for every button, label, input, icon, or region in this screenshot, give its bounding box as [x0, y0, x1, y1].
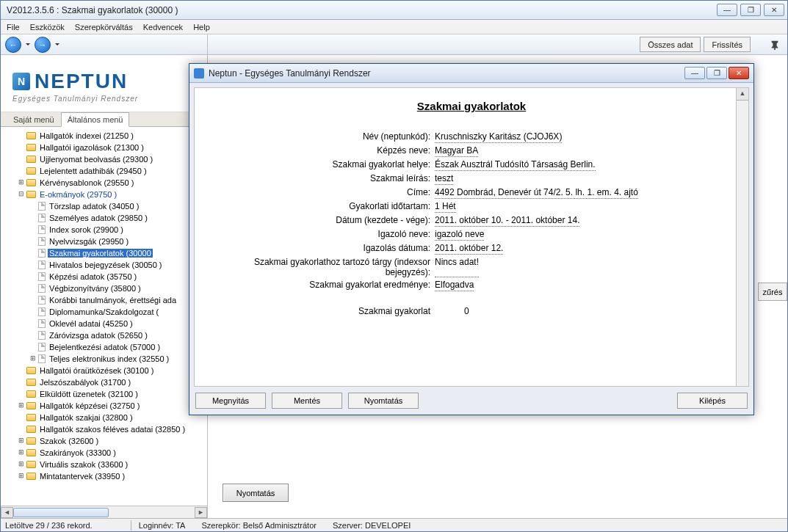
tree-item[interactable]: ⊞Mintatantervek (33950 ) — [1, 470, 207, 482]
tree-item-label: Hallgatók szakos féléves adatai (32850 ) — [38, 425, 187, 434]
tree-item[interactable]: Jelszószabályok (31700 ) — [1, 376, 207, 388]
tree-item[interactable]: Bejelentkezési adatok (57000 ) — [1, 341, 207, 353]
tree-item[interactable]: ⊞Szakirányok (33300 ) — [1, 447, 207, 459]
tree-item[interactable]: Index sorok (29900 ) — [1, 224, 207, 236]
tree-item[interactable]: Oklevél adatai (45250 ) — [1, 318, 207, 329]
tree-item[interactable]: Ujjlenyomat beolvasás (29300 ) — [1, 153, 207, 165]
field-label: Dátum (kezdete - vége): — [211, 215, 435, 227]
tab-own-menu[interactable]: Saját menü — [7, 112, 61, 127]
tree-item[interactable]: ⊞Szakok (32600 ) — [1, 435, 207, 447]
nav-forward-dropdown[interactable] — [55, 43, 59, 45]
logo: N NEPTUN Egységes Tanulmányi Rendszer — [1, 55, 207, 112]
tree-item[interactable]: Korábbi tanulmányok, érettségi ada — [1, 294, 207, 306]
pin-icon[interactable] — [768, 38, 781, 51]
menu-file[interactable]: File — [7, 23, 20, 32]
page-icon — [38, 307, 46, 316]
all-data-button[interactable]: Összes adat — [640, 37, 701, 52]
expand-icon[interactable]: ⊞ — [17, 179, 25, 187]
tree-item[interactable]: Végbizonyítvány (35800 ) — [1, 283, 207, 294]
detail-dialog: Neptun - Egységes Tanulmányi Rendszer — … — [189, 63, 754, 415]
tree-item[interactable]: Záróvizsga adatok (52650 ) — [1, 329, 207, 341]
nav-back-dropdown[interactable] — [26, 43, 30, 45]
dialog-vertical-scrollbar[interactable]: ▲ — [736, 88, 748, 386]
print-button[interactable]: Nyomtatás — [223, 484, 289, 502]
dialog-close-button[interactable]: ✕ — [729, 67, 749, 79]
expand-icon[interactable]: ⊞ — [17, 473, 25, 481]
tree-item[interactable]: Hallgatók szakjai (32800 ) — [1, 412, 207, 423]
tree-item-label: Képzési adatok (35750 ) — [48, 272, 138, 281]
tree-item[interactable]: Elküldött üzenetek (32100 ) — [1, 388, 207, 400]
folder-icon — [26, 390, 36, 398]
page-icon — [38, 214, 46, 222]
tree-item-label: Személyes adatok (29850 ) — [48, 214, 149, 222]
dialog-maximize-button[interactable]: ❐ — [706, 67, 727, 79]
nav-back-button[interactable]: ← — [5, 37, 21, 53]
tree-item[interactable]: Nyelvvizsgák (29950 ) — [1, 236, 207, 247]
tree-item[interactable]: Hallgatók indexei (21250 ) — [1, 130, 207, 142]
menu-help[interactable]: Help — [193, 23, 210, 32]
tree-item-label: Diplomamunka/Szakdolgozat ( — [48, 307, 160, 316]
tree-item[interactable]: Szakmai gyakorlatok (30000 — [1, 247, 207, 259]
tree-item[interactable]: Hallgatói igazolások (21300 ) — [1, 142, 207, 153]
tree-item-label: Jelszószabályok (31700 ) — [38, 378, 132, 387]
tree-item[interactable]: Képzési adatok (35750 ) — [1, 271, 207, 283]
tree-item-label: Teljes elektronikus index (32550 ) — [48, 354, 170, 363]
field-label: Igazolás dátuma: — [211, 243, 435, 255]
refresh-button[interactable]: Frissítés — [704, 37, 751, 52]
expand-icon[interactable]: ⊞ — [17, 449, 25, 457]
tree-item-label: Oklevél adatai (45250 ) — [48, 319, 134, 328]
tree-item[interactable]: Törzslap adatok (34050 ) — [1, 200, 207, 212]
tree-item-label: Virtuális szakok (33600 ) — [38, 460, 129, 469]
menu-tools[interactable]: Eszközök — [30, 23, 65, 32]
tree-item[interactable]: ⊞Kérvénysablonok (29550 ) — [1, 177, 207, 189]
dialog-open-button[interactable]: Megnyitás — [195, 393, 266, 409]
field-value: teszt — [435, 173, 453, 185]
minimize-button[interactable]: — — [717, 4, 737, 16]
page-icon — [38, 237, 46, 246]
tree-item[interactable]: ⊞Virtuális szakok (33600 ) — [1, 459, 207, 470]
tree[interactable]: Hallgatók indexei (21250 )Hallgatói igaz… — [1, 127, 207, 506]
folder-icon — [26, 437, 36, 445]
tree-item[interactable]: Hallgatók szakos féléves adatai (32850 ) — [1, 423, 207, 435]
tree-item[interactable]: ⊟E-okmányok (29750 ) — [1, 189, 207, 200]
expand-placeholder — [17, 144, 25, 152]
dialog-save-button[interactable]: Mentés — [272, 393, 342, 409]
menu-role[interactable]: Szerepkörváltás — [75, 23, 133, 32]
tree-item[interactable]: Hivatalos bejegyzések (30050 ) — [1, 259, 207, 271]
tree-item[interactable]: ⊞Hallgatók képzései (32750 ) — [1, 400, 207, 412]
folder-icon — [26, 379, 36, 386]
maximize-button[interactable]: ❐ — [740, 4, 761, 16]
tree-item[interactable]: Személyes adatok (29850 ) — [1, 212, 207, 224]
field-value: Magyar BA — [435, 145, 478, 157]
dialog-title: Neptun - Egységes Tanulmányi Rendszer — [209, 68, 684, 79]
expand-icon[interactable]: ⊞ — [29, 355, 37, 363]
dialog-exit-button[interactable]: Kilépés — [677, 393, 748, 409]
tree-item[interactable]: ⊞Teljes elektronikus index (32550 ) — [1, 353, 207, 365]
dialog-print-button[interactable]: Nyomtatás — [348, 393, 419, 409]
tree-item-label: Szakirányok (33300 ) — [38, 448, 118, 457]
nav-forward-button[interactable]: → — [35, 37, 51, 53]
folder-icon — [26, 179, 36, 186]
close-button[interactable]: ✕ — [764, 4, 784, 16]
dialog-app-icon — [194, 68, 204, 79]
tab-general-menu[interactable]: Általános menü — [61, 112, 130, 127]
tree-item[interactable]: Lejelentett adathibák (29450 ) — [1, 165, 207, 177]
tree-item-label: Hallgatói igazolások (21300 ) — [38, 143, 145, 152]
dialog-minimize-button[interactable]: — — [684, 67, 705, 79]
expand-icon[interactable]: ⊞ — [17, 402, 25, 410]
tree-item[interactable]: Diplomamunka/Szakdolgozat ( — [1, 306, 207, 318]
tree-horizontal-scrollbar[interactable]: ◄► — [1, 506, 207, 518]
page-icon — [38, 225, 46, 234]
filter-button[interactable]: zűrés — [758, 283, 787, 301]
menu-favorites[interactable]: Kedvencek — [143, 23, 183, 32]
status-server: Szerver: DEVELOPEI — [333, 521, 411, 530]
tree-item-label: Korábbi tanulmányok, érettségi ada — [48, 296, 178, 305]
expand-icon[interactable]: ⊞ — [17, 461, 25, 469]
expand-icon[interactable]: ⊞ — [17, 437, 25, 445]
tree-item[interactable]: Hallgatói óraütközések (30100 ) — [1, 365, 207, 376]
dialog-heading: Szakmai gyakorlatok — [211, 100, 732, 112]
tree-item-label: Szakok (32600 ) — [38, 437, 100, 445]
collapse-icon[interactable]: ⊟ — [17, 191, 25, 199]
expand-placeholder — [17, 367, 25, 375]
expand-placeholder — [29, 343, 37, 351]
